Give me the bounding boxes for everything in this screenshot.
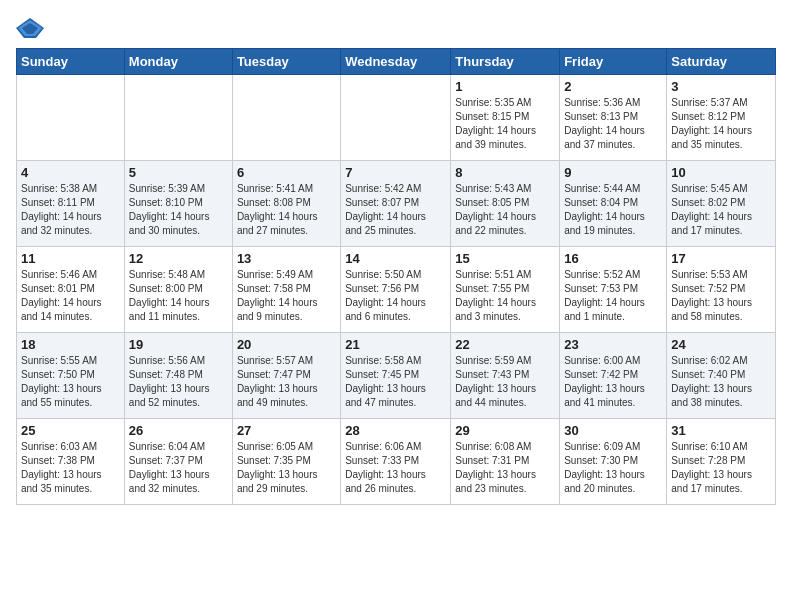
day-info: Sunrise: 5:51 AM Sunset: 7:55 PM Dayligh… xyxy=(455,268,555,324)
day-info: Sunrise: 5:39 AM Sunset: 8:10 PM Dayligh… xyxy=(129,182,228,238)
calendar-cell: 8Sunrise: 5:43 AM Sunset: 8:05 PM Daylig… xyxy=(451,161,560,247)
day-number: 6 xyxy=(237,165,336,180)
calendar-cell: 3Sunrise: 5:37 AM Sunset: 8:12 PM Daylig… xyxy=(667,75,776,161)
calendar-body: 1Sunrise: 5:35 AM Sunset: 8:15 PM Daylig… xyxy=(17,75,776,505)
day-info: Sunrise: 5:49 AM Sunset: 7:58 PM Dayligh… xyxy=(237,268,336,324)
day-number: 28 xyxy=(345,423,446,438)
calendar-week-row: 11Sunrise: 5:46 AM Sunset: 8:01 PM Dayli… xyxy=(17,247,776,333)
calendar-cell: 28Sunrise: 6:06 AM Sunset: 7:33 PM Dayli… xyxy=(341,419,451,505)
day-number: 19 xyxy=(129,337,228,352)
weekday-header-saturday: Saturday xyxy=(667,49,776,75)
day-number: 14 xyxy=(345,251,446,266)
day-info: Sunrise: 6:09 AM Sunset: 7:30 PM Dayligh… xyxy=(564,440,662,496)
calendar-cell: 22Sunrise: 5:59 AM Sunset: 7:43 PM Dayli… xyxy=(451,333,560,419)
day-number: 30 xyxy=(564,423,662,438)
logo xyxy=(16,16,48,40)
day-number: 23 xyxy=(564,337,662,352)
calendar-cell xyxy=(341,75,451,161)
day-number: 2 xyxy=(564,79,662,94)
day-info: Sunrise: 6:03 AM Sunset: 7:38 PM Dayligh… xyxy=(21,440,120,496)
day-info: Sunrise: 5:50 AM Sunset: 7:56 PM Dayligh… xyxy=(345,268,446,324)
calendar-cell: 31Sunrise: 6:10 AM Sunset: 7:28 PM Dayli… xyxy=(667,419,776,505)
day-info: Sunrise: 5:42 AM Sunset: 8:07 PM Dayligh… xyxy=(345,182,446,238)
day-info: Sunrise: 5:41 AM Sunset: 8:08 PM Dayligh… xyxy=(237,182,336,238)
weekday-header-sunday: Sunday xyxy=(17,49,125,75)
calendar-cell: 2Sunrise: 5:36 AM Sunset: 8:13 PM Daylig… xyxy=(560,75,667,161)
day-number: 22 xyxy=(455,337,555,352)
calendar-cell: 25Sunrise: 6:03 AM Sunset: 7:38 PM Dayli… xyxy=(17,419,125,505)
weekday-header-friday: Friday xyxy=(560,49,667,75)
day-info: Sunrise: 6:05 AM Sunset: 7:35 PM Dayligh… xyxy=(237,440,336,496)
calendar-cell: 24Sunrise: 6:02 AM Sunset: 7:40 PM Dayli… xyxy=(667,333,776,419)
day-number: 17 xyxy=(671,251,771,266)
day-info: Sunrise: 6:00 AM Sunset: 7:42 PM Dayligh… xyxy=(564,354,662,410)
calendar-cell xyxy=(232,75,340,161)
day-info: Sunrise: 5:55 AM Sunset: 7:50 PM Dayligh… xyxy=(21,354,120,410)
page-header xyxy=(16,16,776,40)
calendar-cell xyxy=(17,75,125,161)
weekday-header-monday: Monday xyxy=(124,49,232,75)
day-info: Sunrise: 6:10 AM Sunset: 7:28 PM Dayligh… xyxy=(671,440,771,496)
day-info: Sunrise: 6:08 AM Sunset: 7:31 PM Dayligh… xyxy=(455,440,555,496)
day-info: Sunrise: 5:53 AM Sunset: 7:52 PM Dayligh… xyxy=(671,268,771,324)
day-info: Sunrise: 6:04 AM Sunset: 7:37 PM Dayligh… xyxy=(129,440,228,496)
calendar-cell: 29Sunrise: 6:08 AM Sunset: 7:31 PM Dayli… xyxy=(451,419,560,505)
day-info: Sunrise: 5:59 AM Sunset: 7:43 PM Dayligh… xyxy=(455,354,555,410)
day-info: Sunrise: 5:56 AM Sunset: 7:48 PM Dayligh… xyxy=(129,354,228,410)
day-number: 11 xyxy=(21,251,120,266)
day-number: 10 xyxy=(671,165,771,180)
weekday-header-thursday: Thursday xyxy=(451,49,560,75)
day-number: 18 xyxy=(21,337,120,352)
calendar-cell: 17Sunrise: 5:53 AM Sunset: 7:52 PM Dayli… xyxy=(667,247,776,333)
weekday-header-wednesday: Wednesday xyxy=(341,49,451,75)
day-info: Sunrise: 5:57 AM Sunset: 7:47 PM Dayligh… xyxy=(237,354,336,410)
day-info: Sunrise: 5:48 AM Sunset: 8:00 PM Dayligh… xyxy=(129,268,228,324)
calendar-cell xyxy=(124,75,232,161)
day-number: 15 xyxy=(455,251,555,266)
day-info: Sunrise: 5:37 AM Sunset: 8:12 PM Dayligh… xyxy=(671,96,771,152)
day-info: Sunrise: 5:58 AM Sunset: 7:45 PM Dayligh… xyxy=(345,354,446,410)
day-number: 13 xyxy=(237,251,336,266)
day-number: 26 xyxy=(129,423,228,438)
day-number: 12 xyxy=(129,251,228,266)
calendar-cell: 15Sunrise: 5:51 AM Sunset: 7:55 PM Dayli… xyxy=(451,247,560,333)
day-number: 3 xyxy=(671,79,771,94)
day-info: Sunrise: 5:44 AM Sunset: 8:04 PM Dayligh… xyxy=(564,182,662,238)
calendar-cell: 10Sunrise: 5:45 AM Sunset: 8:02 PM Dayli… xyxy=(667,161,776,247)
calendar-cell: 5Sunrise: 5:39 AM Sunset: 8:10 PM Daylig… xyxy=(124,161,232,247)
day-number: 8 xyxy=(455,165,555,180)
day-info: Sunrise: 5:45 AM Sunset: 8:02 PM Dayligh… xyxy=(671,182,771,238)
calendar-week-row: 25Sunrise: 6:03 AM Sunset: 7:38 PM Dayli… xyxy=(17,419,776,505)
weekday-header-tuesday: Tuesday xyxy=(232,49,340,75)
calendar-table: SundayMondayTuesdayWednesdayThursdayFrid… xyxy=(16,48,776,505)
weekday-header-row: SundayMondayTuesdayWednesdayThursdayFrid… xyxy=(17,49,776,75)
day-number: 24 xyxy=(671,337,771,352)
day-number: 1 xyxy=(455,79,555,94)
day-number: 5 xyxy=(129,165,228,180)
day-number: 16 xyxy=(564,251,662,266)
day-number: 29 xyxy=(455,423,555,438)
calendar-week-row: 1Sunrise: 5:35 AM Sunset: 8:15 PM Daylig… xyxy=(17,75,776,161)
day-info: Sunrise: 6:02 AM Sunset: 7:40 PM Dayligh… xyxy=(671,354,771,410)
calendar-cell: 16Sunrise: 5:52 AM Sunset: 7:53 PM Dayli… xyxy=(560,247,667,333)
day-info: Sunrise: 5:35 AM Sunset: 8:15 PM Dayligh… xyxy=(455,96,555,152)
calendar-cell: 13Sunrise: 5:49 AM Sunset: 7:58 PM Dayli… xyxy=(232,247,340,333)
calendar-week-row: 4Sunrise: 5:38 AM Sunset: 8:11 PM Daylig… xyxy=(17,161,776,247)
day-number: 20 xyxy=(237,337,336,352)
calendar-cell: 12Sunrise: 5:48 AM Sunset: 8:00 PM Dayli… xyxy=(124,247,232,333)
calendar-cell: 23Sunrise: 6:00 AM Sunset: 7:42 PM Dayli… xyxy=(560,333,667,419)
calendar-cell: 1Sunrise: 5:35 AM Sunset: 8:15 PM Daylig… xyxy=(451,75,560,161)
calendar-cell: 11Sunrise: 5:46 AM Sunset: 8:01 PM Dayli… xyxy=(17,247,125,333)
calendar-cell: 6Sunrise: 5:41 AM Sunset: 8:08 PM Daylig… xyxy=(232,161,340,247)
calendar-cell: 18Sunrise: 5:55 AM Sunset: 7:50 PM Dayli… xyxy=(17,333,125,419)
day-number: 7 xyxy=(345,165,446,180)
day-info: Sunrise: 5:38 AM Sunset: 8:11 PM Dayligh… xyxy=(21,182,120,238)
day-number: 9 xyxy=(564,165,662,180)
calendar-cell: 19Sunrise: 5:56 AM Sunset: 7:48 PM Dayli… xyxy=(124,333,232,419)
day-number: 25 xyxy=(21,423,120,438)
day-info: Sunrise: 5:43 AM Sunset: 8:05 PM Dayligh… xyxy=(455,182,555,238)
day-number: 4 xyxy=(21,165,120,180)
calendar-cell: 9Sunrise: 5:44 AM Sunset: 8:04 PM Daylig… xyxy=(560,161,667,247)
calendar-week-row: 18Sunrise: 5:55 AM Sunset: 7:50 PM Dayli… xyxy=(17,333,776,419)
logo-icon xyxy=(16,16,44,40)
